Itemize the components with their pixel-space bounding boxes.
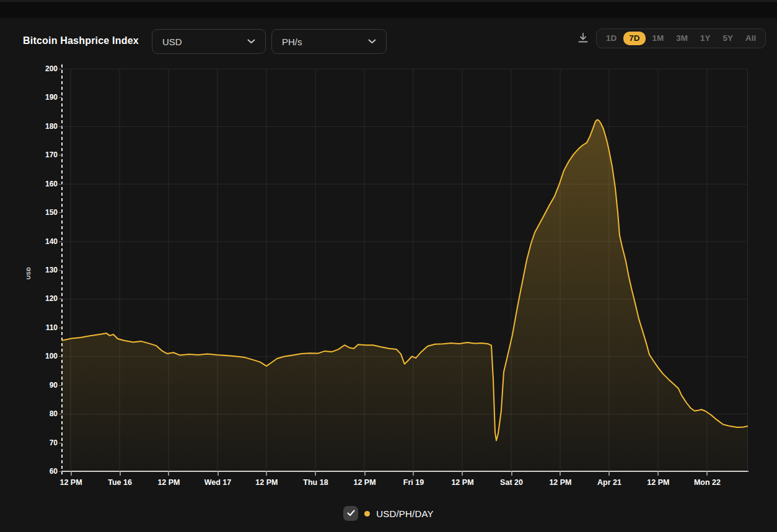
currency-select[interactable]: USD [152, 29, 266, 54]
y-axis-label: 160 [45, 180, 58, 188]
chevron-down-icon [247, 39, 255, 44]
x-axis-tick [560, 472, 561, 476]
x-axis-label: Thu 18 [303, 478, 328, 487]
download-icon [577, 32, 589, 46]
y-axis-label: 120 [45, 294, 58, 303]
y-axis-title: USD [25, 267, 32, 280]
range-button-5y[interactable]: 5Y [718, 32, 739, 45]
range-button-all[interactable]: All [740, 32, 762, 45]
y-axis-label: 110 [46, 323, 58, 332]
chart-svg [62, 69, 748, 471]
series-area-fill [62, 120, 748, 471]
x-axis-tick [217, 472, 219, 476]
currency-select-value: USD [162, 37, 182, 47]
x-axis-label: Tue 16 [108, 478, 132, 487]
y-axis-label: 140 [45, 237, 58, 246]
check-icon [347, 508, 355, 519]
y-axis-label: 100 [45, 352, 58, 360]
x-axis-tick [608, 472, 610, 476]
x-axis-label: 12 PM [549, 478, 571, 487]
x-axis-label: Fri 19 [403, 478, 424, 487]
x-axis-label: 12 PM [451, 478, 473, 487]
y-axis-label: 180 [45, 122, 58, 131]
unit-select[interactable]: PH/s [271, 29, 387, 54]
x-axis-label: 12 PM [59, 478, 82, 487]
y-axis-label: 60 [50, 467, 58, 476]
x-axis-label: Wed 17 [204, 478, 232, 487]
x-axis-label: Sat 20 [500, 478, 523, 487]
legend-checkbox[interactable] [343, 506, 358, 521]
x-axis-tick [120, 472, 121, 476]
chart-legend: USD/PH/DAY [0, 506, 777, 521]
download-button[interactable] [575, 31, 591, 47]
x-axis-tick [71, 472, 72, 476]
x-axis-label: Mon 22 [694, 478, 721, 487]
y-axis-tick [59, 471, 62, 472]
chart-plot-area[interactable] [62, 69, 748, 471]
y-axis-label: 190 [45, 93, 58, 102]
unit-select-value: PH/s [282, 37, 302, 47]
x-axis-tick [168, 472, 169, 476]
x-axis-tick [364, 472, 366, 476]
x-axis-tick [657, 472, 659, 476]
range-button-1m[interactable]: 1M [647, 32, 670, 45]
range-button-3m[interactable]: 3M [670, 32, 693, 45]
range-button-1d[interactable]: 1D [600, 32, 622, 45]
y-axis-label: 150 [45, 208, 58, 217]
y-axis-label: 170 [45, 150, 58, 159]
range-button-1y[interactable]: 1Y [695, 32, 716, 45]
x-axis-tick [511, 472, 512, 476]
y-axis-label: 70 [50, 438, 58, 447]
x-axis-tick [315, 472, 316, 476]
legend-series-label: USD/PH/DAY [376, 508, 434, 519]
x-axis-label: 12 PM [647, 478, 669, 487]
x-axis-label: 12 PM [255, 478, 278, 487]
y-axis-label: 130 [45, 266, 58, 274]
x-axis-tick [266, 472, 267, 476]
x-axis-tick [413, 472, 414, 476]
page-title: Bitcoin Hashprice Index [23, 35, 139, 46]
time-range-group: 1D7D1M3M1Y5YAll [596, 28, 766, 48]
x-axis-tick [462, 472, 463, 476]
x-axis-label: Apr 21 [597, 478, 621, 487]
y-axis-label: 200 [45, 64, 58, 73]
legend-series-dot [364, 511, 370, 517]
range-button-7d[interactable]: 7D [623, 32, 645, 45]
y-axis-label: 90 [50, 381, 58, 390]
x-axis-tick [706, 472, 708, 476]
x-axis-label: 12 PM [353, 478, 375, 487]
chevron-down-icon [368, 39, 376, 44]
x-axis-label: 12 PM [157, 478, 180, 487]
y-axis-label: 80 [50, 409, 58, 418]
top-window-strip [0, 0, 777, 18]
